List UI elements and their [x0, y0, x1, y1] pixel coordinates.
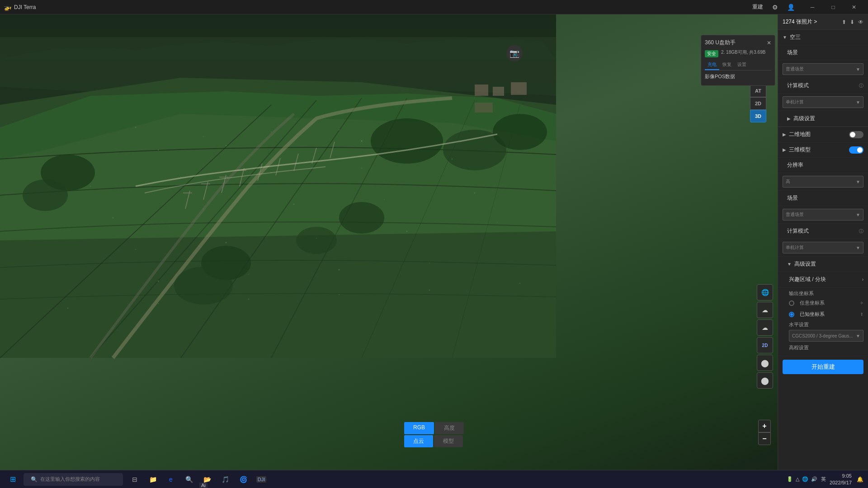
advanced2-section[interactable]: ▼ 高级设置	[778, 257, 868, 272]
upload-icon[interactable]: ⬆	[842, 19, 846, 25]
battery-icon: 🔋	[787, 476, 793, 482]
right-toolbar: 🌐 ☁ ☁ 2D ⬤ ⬤	[757, 284, 773, 389]
scene2-select[interactable]: 普通场景 ▼	[783, 209, 863, 221]
at-btn[interactable]: AT	[750, 84, 766, 97]
cloud-btn1[interactable]: ☁	[757, 302, 773, 318]
svg-point-35	[384, 199, 385, 200]
eye-icon[interactable]: 👁	[858, 19, 863, 25]
point-cloud-btn[interactable]: 点云	[404, 435, 433, 447]
horizontal-arrow: ▼	[856, 333, 860, 338]
disk-sub-label: 影像POS数据	[705, 73, 771, 80]
disk-tab-charge[interactable]: 充电	[705, 60, 719, 70]
calc-mode2-arrow: ▼	[856, 245, 860, 250]
horizontal-select[interactable]: CGCS2000 / 3-degree Gaus... ▼	[789, 330, 863, 342]
advanced-section[interactable]: ▶ 高级设置	[778, 111, 868, 127]
2d-btn[interactable]: 2D	[750, 97, 766, 110]
rebuild-label[interactable]: 重建	[752, 3, 763, 11]
svg-point-50	[429, 290, 430, 291]
circle-btn2[interactable]: ⬤	[757, 372, 773, 389]
calc-mode2-value: 单机计算	[786, 244, 804, 251]
scene-value: 普通场景	[786, 66, 804, 72]
info-icon: ⓘ	[859, 83, 863, 89]
3dmodel-row[interactable]: ▶ 三维模型	[778, 142, 868, 158]
maximize-btn[interactable]: □	[823, 0, 844, 14]
svg-point-44	[339, 269, 340, 271]
disk-tabs: 充电 恢复 设置	[705, 60, 771, 70]
systray: 🔋 △ 🌐 🔊	[787, 476, 817, 482]
taskbar-time: 9:05 2022/9/17	[830, 473, 852, 486]
disk-panel-title: 360 U盘助手 ✕	[705, 39, 771, 47]
calc-mode2-row[interactable]: 计算模式 ⓘ	[778, 224, 868, 239]
3dmodel-toggle[interactable]	[849, 146, 863, 154]
rgb-btn[interactable]: RGB	[404, 422, 434, 434]
minimize-btn[interactable]: ─	[802, 0, 823, 14]
start-btn[interactable]: ⊞	[4, 470, 22, 488]
svg-point-41	[497, 222, 498, 223]
photo-count[interactable]: 1274 张照片 >	[783, 18, 817, 26]
user-icon[interactable]: 👤	[787, 4, 795, 11]
2dmap-arrow: ▶	[783, 132, 786, 137]
cloud-btn2[interactable]: ☁	[757, 319, 773, 336]
svg-point-40	[406, 231, 408, 232]
svg-point-14	[493, 114, 547, 150]
download-icon[interactable]: ⬇	[850, 19, 854, 25]
arbitrary-coord-radio[interactable]	[789, 300, 794, 306]
3d-btn[interactable]: 3D	[750, 110, 766, 122]
2dmap-row[interactable]: ▶ 二维地图	[778, 127, 868, 142]
camera-btn[interactable]: 📷	[506, 45, 523, 61]
circle-btn1[interactable]: ⬤	[757, 355, 773, 371]
svg-point-15	[339, 202, 384, 234]
ie-icon: e	[169, 476, 173, 483]
svg-point-26	[361, 141, 363, 142]
disk-badge: 安全	[705, 50, 718, 57]
svg-point-12	[371, 118, 443, 164]
disk-close-btn[interactable]: ✕	[767, 40, 771, 46]
model-btn[interactable]: 模型	[434, 435, 463, 447]
search-btn[interactable]: 🔍	[181, 470, 197, 488]
svg-point-25	[293, 143, 294, 144]
resolution-select[interactable]: 高 ▼	[783, 176, 863, 188]
folder-icon: 📂	[203, 476, 211, 483]
calc-mode-select[interactable]: 单机计算 ▼	[783, 96, 863, 108]
svg-point-23	[158, 150, 159, 150]
kongsan-section[interactable]: ▼ 空三	[778, 30, 868, 45]
window-controls: ─ □ ✕	[802, 0, 864, 14]
interest-area-row[interactable]: 兴趣区域 / 分块 ›	[778, 272, 868, 287]
ie-btn[interactable]: e	[163, 470, 179, 488]
calc-mode2-select[interactable]: 单机计算 ▼	[783, 242, 863, 253]
start-rebuild-btn[interactable]: 开始重建	[783, 360, 863, 374]
2dmap-toggle[interactable]	[849, 131, 863, 138]
taskbar-search[interactable]: 🔍 在这里输入你想搜索的内容	[24, 473, 123, 486]
dji-btn[interactable]: DJI	[253, 470, 269, 488]
titlebar: 🚁 DJI Terra 重建 ⚙ 👤 ─ □ ✕	[0, 0, 868, 14]
gear-icon[interactable]: ⚙	[772, 4, 778, 11]
svg-point-33	[203, 208, 204, 209]
winamp-btn[interactable]: 🎵	[217, 470, 233, 488]
zoom-in-btn[interactable]: +	[758, 420, 771, 432]
globe-btn[interactable]: 🌐	[757, 284, 773, 300]
notification-btn[interactable]: 🔔	[855, 470, 864, 488]
explorer-btn[interactable]: 📁	[145, 470, 161, 488]
output-coord-section: 输出坐标系 任意坐标系 ✈ 已知坐标系 ⬆ 水平设置 CGCS2000 / 3-…	[778, 287, 868, 356]
2d-view-btn[interactable]: 2D	[757, 337, 773, 353]
task-view-btn[interactable]: ⊟	[127, 470, 143, 488]
caret-icon[interactable]: △	[796, 476, 799, 482]
resolution-value: 高	[786, 178, 790, 185]
scene-select[interactable]: 普通场景 ▼	[783, 63, 863, 75]
scene2-label: 场景	[787, 194, 863, 202]
svg-point-21	[271, 131, 272, 132]
volume-icon: 🔊	[811, 476, 817, 482]
viewport: AT 2D 3D 📷 🌐 ☁ ☁ 2D ⬤ ⬤ + − RGB 高度 点云 模型…	[0, 14, 868, 470]
scene-row[interactable]: 场景	[778, 45, 868, 61]
calc-mode-row[interactable]: 计算模式 ⓘ	[778, 78, 868, 94]
resolution-row: 分辨率	[778, 158, 868, 173]
edge-btn[interactable]: 🌀	[235, 470, 251, 488]
panel-action-icons: ⬆ ⬇ 👁	[842, 19, 863, 25]
disk-tab-restore[interactable]: 恢复	[720, 60, 734, 70]
disk-tab-settings[interactable]: 设置	[735, 60, 749, 70]
close-btn[interactable]: ✕	[844, 0, 864, 14]
scene2-row[interactable]: 场景	[778, 191, 868, 206]
known-coord-radio[interactable]	[789, 312, 794, 317]
height-btn[interactable]: 高度	[435, 422, 464, 434]
zoom-out-btn[interactable]: −	[758, 432, 771, 445]
